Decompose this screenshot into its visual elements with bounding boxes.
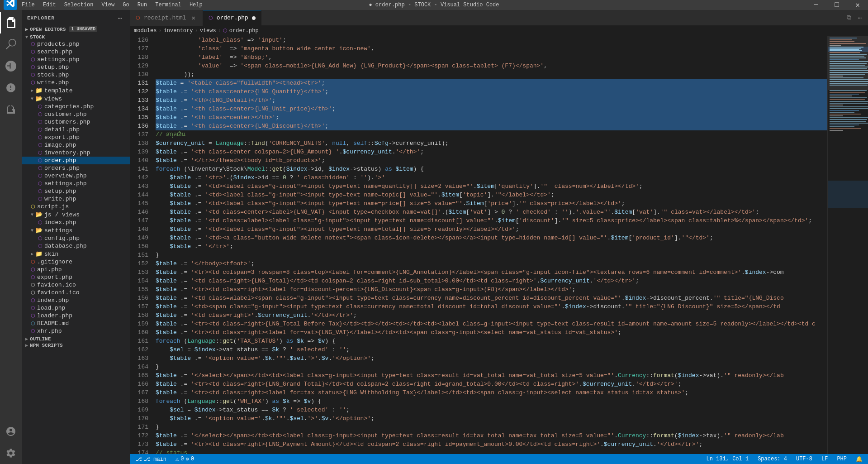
activity-search[interactable] bbox=[0, 33, 22, 55]
activity-explorer[interactable] bbox=[0, 12, 22, 33]
file-stock-php[interactable]: ⬡ stock.php bbox=[22, 71, 130, 79]
code-line-135: $table .= '<th class=center></th>'; bbox=[156, 113, 827, 122]
file-overview-php[interactable]: ⬡ overview.php bbox=[22, 172, 130, 180]
file-tree: ▼ STOCK ⬡ products.php ⬡ search.php ⬡ se… bbox=[22, 34, 130, 464]
file-api-php[interactable]: ⬡ api.php bbox=[22, 266, 130, 273]
code-line-164: } bbox=[156, 363, 827, 371]
code-line-138: $currency_unit = Language::find('CURRENC… bbox=[156, 139, 827, 148]
activity-bottom-icons bbox=[0, 421, 22, 464]
menu-edit[interactable]: Edit bbox=[39, 0, 60, 10]
file-write-php-views[interactable]: ⬡ write.php bbox=[22, 195, 130, 203]
file-order-php-active[interactable]: ⬡ order.php bbox=[22, 157, 130, 164]
file-xhr-php[interactable]: ⬡ xhr.php bbox=[22, 327, 130, 335]
file-favicon-ico[interactable]: ⬡ favicon.ico bbox=[22, 281, 130, 289]
menu-file[interactable]: File bbox=[18, 0, 38, 10]
file-load-php[interactable]: ⬡ load.php bbox=[22, 304, 130, 312]
tabs-bar: ⬡ receipt.html ✕ ⬡ order.php ⧉ ⋯ bbox=[130, 10, 868, 26]
menu-terminal[interactable]: Terminal bbox=[152, 0, 185, 10]
window-title: ● order.php - STOCK - Visual Studio Code bbox=[369, 2, 499, 8]
status-errors[interactable]: ⚠ 0 ⊗ 0 bbox=[174, 454, 196, 464]
svg-rect-44 bbox=[830, 114, 861, 115]
file-write-php-1[interactable]: ⬡ write.php bbox=[22, 79, 130, 86]
file-customer-php[interactable]: ⬡ customer.php bbox=[22, 110, 130, 118]
file-loader-php[interactable]: ⬡ loader.php bbox=[22, 312, 130, 320]
new-file-button[interactable]: ⋯ bbox=[116, 14, 125, 23]
code-editor[interactable]: 126 127 128 129 130 131 132 133 134 135 … bbox=[130, 36, 868, 454]
status-language[interactable]: PHP bbox=[835, 454, 849, 464]
file-customers-php[interactable]: ⬡ customers.php bbox=[22, 118, 130, 126]
activity-settings[interactable] bbox=[0, 442, 22, 464]
menu-run[interactable]: Run bbox=[134, 0, 151, 10]
activity-git[interactable] bbox=[0, 55, 22, 77]
folder-views[interactable]: ▼ 📂 views bbox=[22, 95, 130, 103]
code-line-145: $table .= '<td><label class="g-input"><i… bbox=[156, 199, 827, 208]
tab-order-php[interactable]: ⬡ order.php bbox=[203, 10, 261, 26]
status-spaces[interactable]: Spaces: 4 bbox=[756, 454, 789, 464]
menu-selection[interactable]: Selection bbox=[61, 0, 97, 10]
split-editor-button[interactable]: ⧉ bbox=[844, 13, 854, 22]
npm-section[interactable]: ▶ NPM SCRIPTS bbox=[22, 342, 130, 349]
file-settings-php-views[interactable]: ⬡ settings.php bbox=[22, 180, 130, 187]
status-line-ending[interactable]: LF bbox=[820, 454, 830, 464]
activity-extensions[interactable] bbox=[0, 99, 22, 120]
code-line-126: 'label_class' => 'input'; bbox=[156, 36, 827, 44]
status-feedback[interactable]: 🔔 bbox=[854, 454, 864, 464]
code-line-146: $table .= '<td class=center><label>{LNG_… bbox=[156, 208, 827, 216]
file-orders-php[interactable]: ⬡ orders.php bbox=[22, 164, 130, 172]
file-setup-php-views[interactable]: ⬡ setup.php bbox=[22, 187, 130, 195]
code-line-165: $table .= '</select></span></td><td><lab… bbox=[156, 371, 827, 380]
tab-close-receipt[interactable]: ✕ bbox=[190, 14, 197, 21]
file-settings-php-1[interactable]: ⬡ settings.php bbox=[22, 56, 130, 63]
menu-help[interactable]: Help bbox=[186, 0, 206, 10]
file-image-php[interactable]: ⬡ image.php bbox=[22, 141, 130, 149]
file-readme-md[interactable]: ⬡ README.md bbox=[22, 320, 130, 327]
status-encoding[interactable]: UTF-8 bbox=[794, 454, 814, 464]
status-branch[interactable]: ⎇ ⎇ main bbox=[134, 454, 168, 464]
stock-folder[interactable]: ▼ STOCK bbox=[22, 34, 130, 40]
file-script-js[interactable]: ⬡ script.js bbox=[22, 203, 130, 210]
file-export-php-root[interactable]: ⬡ export.php bbox=[22, 273, 130, 281]
file-database-php[interactable]: ⬡ database.php bbox=[22, 242, 130, 250]
file-favicon1-ico[interactable]: ⬡ favicon1.ico bbox=[22, 289, 130, 297]
close-button[interactable]: ✕ bbox=[847, 0, 868, 10]
open-editors-section[interactable]: ▶ OPEN EDITORS 1 UNSAVED bbox=[22, 24, 130, 34]
code-line-136: $table .= '<th class=center>{LNG_Discoun… bbox=[156, 122, 827, 130]
status-left: ⎇ ⎇ main ⚠ 0 ⊗ 0 bbox=[134, 454, 196, 464]
folder-settings[interactable]: ▼ 📂 settings bbox=[22, 226, 130, 234]
code-line-131: $table = '<table class="fullwidth"><thea… bbox=[156, 79, 827, 87]
status-position[interactable]: Ln 131, Col 1 bbox=[705, 454, 751, 464]
more-actions-button[interactable]: ⋯ bbox=[855, 13, 864, 22]
menu-go[interactable]: Go bbox=[119, 0, 133, 10]
file-inventory-php[interactable]: ⬡ inventory.php bbox=[22, 149, 130, 157]
code-content[interactable]: 'label_class' => 'input'; 'class' => 'ma… bbox=[152, 36, 827, 454]
file-products-php[interactable]: ⬡ products.php bbox=[22, 40, 130, 48]
maximize-button[interactable]: □ bbox=[826, 0, 847, 10]
file-index-php-root[interactable]: ⬡ index.php bbox=[22, 297, 130, 304]
menu-view[interactable]: View bbox=[98, 0, 118, 10]
svg-rect-46 bbox=[830, 117, 868, 118]
file-search-php[interactable]: ⬡ search.php bbox=[22, 48, 130, 56]
file-categories-php[interactable]: ⬡ categories.php bbox=[22, 103, 130, 110]
app-icon bbox=[4, 0, 17, 10]
file-gitignore[interactable]: ⬡ .gitignore bbox=[22, 258, 130, 266]
file-setup-php-1[interactable]: ⬡ setup.php bbox=[22, 63, 130, 71]
outline-section[interactable]: ▶ OUTLINE bbox=[22, 336, 130, 342]
minimize-button[interactable]: ─ bbox=[806, 0, 826, 10]
file-config-php[interactable]: ⬡ config.php bbox=[22, 234, 130, 242]
title-bar: File Edit Selection View Go Run Terminal… bbox=[0, 0, 868, 10]
activity-debug[interactable] bbox=[0, 77, 22, 99]
file-detail-php[interactable]: ⬡ detail.php bbox=[22, 126, 130, 134]
folder-js-views[interactable]: ▼ 📂 js / views bbox=[22, 210, 130, 219]
code-line-150: $table .= '</tr>'; bbox=[156, 242, 827, 251]
code-line-148: $table .= '<td><label class="g-input"><i… bbox=[156, 225, 827, 234]
file-export-php-views[interactable]: ⬡ export.php bbox=[22, 134, 130, 141]
activity-account[interactable] bbox=[0, 421, 22, 442]
svg-rect-37 bbox=[830, 101, 868, 102]
file-index-php-js[interactable]: ⬡ index.php bbox=[22, 219, 130, 226]
folder-skin[interactable]: ▶ 📁 skin bbox=[22, 250, 130, 258]
folder-template[interactable]: ▶ 📁 template bbox=[22, 86, 130, 95]
code-line-167: $table .= '<tr><td class=right><label fo… bbox=[156, 388, 827, 397]
code-line-133: $table .= '<th>{LNG_Detail}</th>'; bbox=[156, 96, 827, 105]
code-line-132: $table .= '<th class=center>{LNG_Quantit… bbox=[156, 87, 827, 96]
svg-rect-45 bbox=[830, 115, 843, 116]
